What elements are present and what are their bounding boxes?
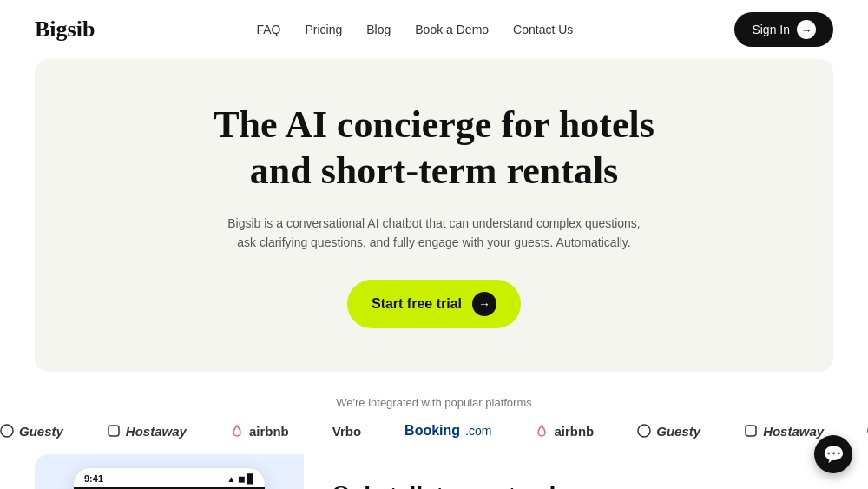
logos-track: Guesty Hostaway airbnb Vrbo Booking.com … [0, 423, 868, 439]
start-trial-button[interactable]: Start free trial → [347, 280, 521, 328]
nav-book-demo[interactable]: Book a Demo [415, 23, 489, 36]
logo-hostaway-2: Hostaway [744, 424, 824, 439]
phone-time: 9:41 [84, 473, 103, 484]
feature-title: Only talk to guests when it's urgent [332, 479, 592, 489]
phone-status-bar: 9:41 ▲ ◼ ▊ [74, 468, 265, 487]
logo-guesty-2: Guesty [637, 424, 700, 439]
logo-airbnb-2: airbnb [535, 424, 594, 439]
hero-subtitle: Bigsib is a conversational AI chatbot th… [226, 214, 642, 253]
cta-arrow-icon: → [472, 292, 496, 316]
logo-vrbo-1: Vrbo [332, 424, 361, 439]
signin-arrow-icon: → [797, 20, 816, 39]
chat-widget-button[interactable]: 💬 [814, 435, 852, 473]
signin-button[interactable]: Sign In → [734, 12, 833, 47]
feature-text: Only talk to guests when it's urgent Big… [304, 454, 833, 489]
nav-blog[interactable]: Blog [366, 23, 391, 36]
nav-faq[interactable]: FAQ [256, 23, 280, 36]
logo-booking-1: Booking.com [404, 423, 491, 439]
svg-point-0 [1, 425, 13, 437]
feature-section: 9:41 ▲ ◼ ▊ ‹ M Martha Craige... Active 5… [35, 454, 833, 489]
logo-hostaway-1: Hostaway [107, 424, 187, 439]
chat-icon: 💬 [823, 444, 845, 465]
logo[interactable]: Bigsib [35, 17, 95, 43]
svg-point-2 [638, 425, 650, 437]
svg-rect-1 [108, 426, 119, 436]
nav-links: FAQ Pricing Blog Book a Demo Contact Us [256, 23, 573, 36]
navbar: Bigsib FAQ Pricing Blog Book a Demo Cont… [0, 0, 868, 59]
svg-rect-3 [746, 426, 756, 436]
integrations-label: We're integrated with popular platforms [0, 396, 868, 409]
phone-mockup: 9:41 ▲ ◼ ▊ ‹ M Martha Craige... Active 5… [35, 454, 304, 489]
hero-section: The AI concierge for hotels and short-te… [35, 59, 833, 372]
logos-scroll-wrapper: Guesty Hostaway airbnb Vrbo Booking.com … [0, 423, 868, 439]
nav-contact[interactable]: Contact Us [513, 23, 573, 36]
logo-guesty-1: Guesty [0, 424, 63, 439]
nav-pricing[interactable]: Pricing [305, 23, 342, 36]
phone-screen: 9:41 ▲ ◼ ▊ ‹ M Martha Craige... Active 5… [74, 468, 265, 489]
integrations-section: We're integrated with popular platforms … [0, 372, 868, 454]
logo-airbnb-1: airbnb [230, 424, 289, 439]
phone-status-icons: ▲ ◼ ▊ [227, 474, 254, 484]
hero-title: The AI concierge for hotels and short-te… [191, 102, 677, 195]
